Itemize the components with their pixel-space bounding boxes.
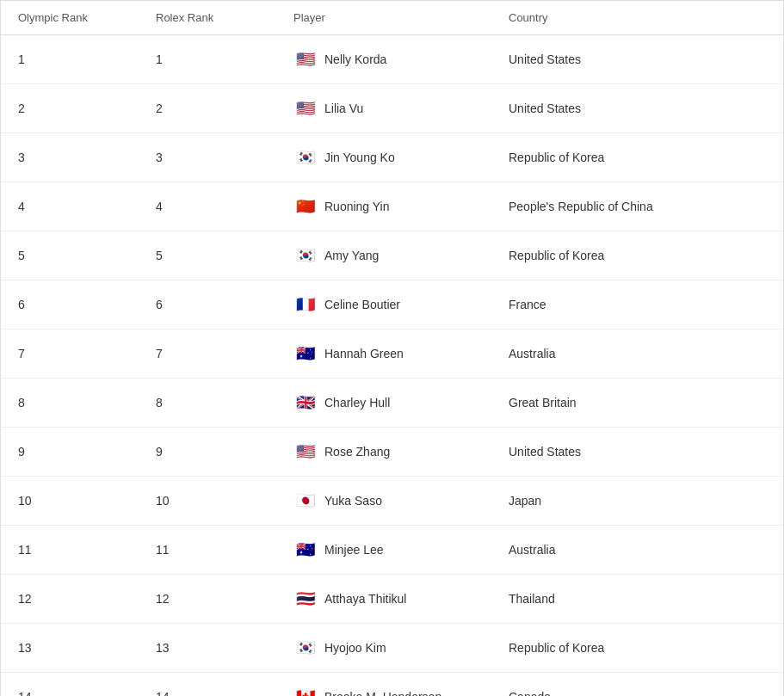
country-cell: Canada [509,678,766,696]
rolex-rank-cell: 14 [156,678,293,696]
player-name: Hyojoo Kim [324,641,386,655]
flag-icon: 🇦🇺 [293,538,318,562]
rolex-rank-cell: 3 [156,139,293,176]
table-row: 5 5 🇰🇷 Amy Yang Republic of Korea [1,231,783,280]
country-cell: Australia [509,531,766,569]
player-cell: 🇯🇵 Yuka Saso [293,477,509,525]
flag-icon: 🇰🇷 [293,636,318,660]
player-name: Brooke M. Henderson [324,690,441,696]
table-row: 14 14 🇨🇦 Brooke M. Henderson Canada [1,673,783,696]
player-cell: 🇺🇸 Lilia Vu [293,84,509,132]
table-row: 9 9 🇺🇸 Rose Zhang United States [1,428,783,477]
player-cell: 🇬🇧 Charley Hull [293,379,509,427]
olympic-rank-cell: 1 [18,40,156,78]
player-cell: 🇰🇷 Hyojoo Kim [293,624,509,672]
player-cell: 🇹🇭 Atthaya Thitikul [293,575,509,623]
flag-icon: 🇫🇷 [293,293,318,317]
olympic-rank-cell: 10 [18,482,156,520]
player-name: Yuka Saso [324,494,382,508]
olympic-rank-cell: 9 [18,433,156,471]
header-country: Country [509,11,766,24]
player-name: Lilia Vu [324,102,363,115]
header-rolex-rank: Rolex Rank [156,11,293,24]
table-row: 3 3 🇰🇷 Jin Young Ko Republic of Korea [1,133,783,182]
flag-icon: 🇨🇦 [293,685,318,696]
country-cell: Republic of Korea [509,139,766,176]
player-name: Hannah Green [324,347,404,360]
player-name: Minjee Lee [324,543,384,557]
header-olympic-rank: Olympic Rank [18,11,156,24]
rolex-rank-cell: 4 [156,188,293,225]
olympic-rank-cell: 13 [18,629,156,667]
rolex-rank-cell: 1 [156,40,293,78]
country-cell: United States [509,40,766,78]
flag-icon: 🇯🇵 [293,489,318,513]
player-cell: 🇰🇷 Jin Young Ko [293,133,509,182]
rolex-rank-cell: 2 [156,89,293,127]
player-cell: 🇦🇺 Minjee Lee [293,526,509,574]
player-cell: 🇺🇸 Nelly Korda [293,35,509,83]
rolex-rank-cell: 11 [156,531,293,569]
olympic-rank-cell: 6 [18,286,156,323]
olympic-rank-cell: 3 [18,139,156,176]
table-row: 7 7 🇦🇺 Hannah Green Australia [1,330,783,379]
country-cell: United States [509,89,766,127]
player-cell: 🇺🇸 Rose Zhang [293,428,509,476]
rolex-rank-cell: 10 [156,482,293,520]
player-name: Nelly Korda [324,52,386,66]
rolex-rank-cell: 8 [156,384,293,422]
flag-icon: 🇺🇸 [293,440,318,464]
olympic-rank-cell: 14 [18,678,156,696]
flag-icon: 🇰🇷 [293,243,318,268]
table-row: 2 2 🇺🇸 Lilia Vu United States [1,84,783,133]
flag-icon: 🇺🇸 [293,47,318,71]
country-cell: France [509,286,766,323]
table-row: 1 1 🇺🇸 Nelly Korda United States [1,35,783,84]
rolex-rank-cell: 5 [156,237,293,274]
olympic-rank-cell: 4 [18,188,156,225]
player-name: Celine Boutier [324,298,400,311]
country-cell: Thailand [509,580,766,618]
country-cell: Great Britain [509,384,766,422]
player-name: Amy Yang [324,249,379,262]
flag-icon: 🇨🇳 [293,194,318,219]
rolex-rank-cell: 9 [156,433,293,471]
flag-icon: 🇬🇧 [293,391,318,415]
country-cell: Republic of Korea [509,237,766,274]
player-cell: 🇨🇦 Brooke M. Henderson [293,673,509,696]
flag-icon: 🇺🇸 [293,96,318,120]
country-cell: People's Republic of China [509,188,766,225]
player-cell: 🇰🇷 Amy Yang [293,231,509,280]
olympic-rank-cell: 11 [18,531,156,569]
table-row: 4 4 🇨🇳 Ruoning Yin People's Republic of … [1,182,783,231]
player-name: Rose Zhang [324,445,390,459]
player-name: Charley Hull [324,396,390,410]
rankings-table: Olympic Rank Rolex Rank Player Country 1… [0,0,784,696]
country-cell: Australia [509,335,766,373]
flag-icon: 🇰🇷 [293,145,318,169]
table-row: 10 10 🇯🇵 Yuka Saso Japan [1,477,783,526]
table-row: 6 6 🇫🇷 Celine Boutier France [1,280,783,330]
player-name: Jin Young Ko [324,151,395,164]
olympic-rank-cell: 12 [18,580,156,618]
header-player: Player [293,11,509,24]
olympic-rank-cell: 8 [18,384,156,422]
rolex-rank-cell: 12 [156,580,293,618]
player-cell: 🇦🇺 Hannah Green [293,330,509,378]
table-header: Olympic Rank Rolex Rank Player Country [1,1,783,35]
table-row: 11 11 🇦🇺 Minjee Lee Australia [1,526,783,575]
olympic-rank-cell: 2 [18,89,156,127]
table-body: 1 1 🇺🇸 Nelly Korda United States 2 2 🇺🇸 … [1,35,783,696]
flag-icon: 🇦🇺 [293,342,318,366]
table-row: 12 12 🇹🇭 Atthaya Thitikul Thailand [1,575,783,624]
country-cell: United States [509,433,766,471]
player-name: Ruoning Yin [324,200,390,213]
olympic-rank-cell: 7 [18,335,156,373]
rolex-rank-cell: 6 [156,286,293,323]
player-name: Atthaya Thitikul [324,592,406,606]
table-row: 8 8 🇬🇧 Charley Hull Great Britain [1,379,783,428]
rolex-rank-cell: 7 [156,335,293,373]
player-cell: 🇨🇳 Ruoning Yin [293,182,509,231]
country-cell: Republic of Korea [509,629,766,667]
rolex-rank-cell: 13 [156,629,293,667]
